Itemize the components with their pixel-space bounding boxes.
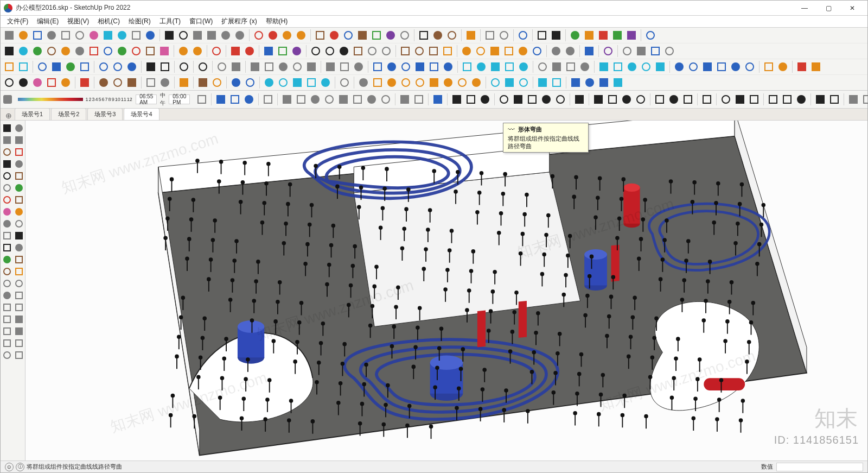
top-button[interactable] (14, 302, 24, 313)
vray-dark-button[interactable] (196, 60, 209, 73)
xray-button[interactable] (550, 45, 563, 58)
check-blue-button[interactable] (97, 60, 110, 73)
textbox-button[interactable] (158, 76, 171, 89)
pan-button[interactable] (14, 171, 24, 181)
vr3-button[interactable] (399, 60, 412, 73)
dot2-button[interactable] (781, 93, 794, 106)
zoom-button[interactable] (309, 45, 322, 58)
more-button[interactable] (14, 350, 24, 361)
globe1-button[interactable] (536, 76, 549, 89)
layout1-button[interactable] (536, 60, 549, 73)
brush-button[interactable] (295, 29, 308, 42)
look-button[interactable] (413, 45, 426, 58)
dot-button[interactable] (681, 93, 694, 106)
reload-button[interactable] (17, 60, 30, 73)
zoom-win-button[interactable] (337, 45, 350, 58)
scene-tab[interactable]: 场景号4 (124, 108, 159, 120)
scene-tab[interactable]: 场景号2 (51, 108, 86, 120)
cb6-button[interactable] (743, 60, 756, 73)
clock-button[interactable] (470, 76, 483, 89)
arrow-l-button[interactable] (229, 45, 242, 58)
smooth2-button[interactable] (733, 93, 746, 106)
eraser-button[interactable] (158, 45, 171, 58)
s3-button[interactable] (125, 76, 138, 89)
layers2-button[interactable] (503, 76, 516, 89)
outliner-button[interactable] (635, 45, 648, 58)
next-button[interactable] (14, 278, 24, 289)
curic-2-button[interactable] (474, 45, 487, 58)
export-button[interactable] (625, 29, 638, 42)
paintbrush-button[interactable] (177, 76, 190, 89)
podium-button[interactable] (583, 29, 596, 42)
env2-button[interactable] (158, 60, 171, 73)
zoom-ext-button[interactable] (323, 45, 336, 58)
water4-button[interactable] (305, 76, 318, 89)
line-c-button[interactable] (478, 93, 492, 106)
arc-button[interactable] (14, 159, 24, 169)
sp2-button[interactable] (828, 93, 841, 106)
dark3-button[interactable] (78, 60, 91, 73)
mat3-button[interactable] (342, 29, 355, 42)
curic-6-button[interactable] (531, 45, 544, 58)
gear2-button[interactable] (517, 76, 530, 89)
paste-button[interactable] (73, 29, 86, 42)
pushpull-button[interactable] (45, 45, 58, 58)
vr4-button[interactable] (413, 60, 426, 73)
curic-1-button[interactable] (460, 45, 473, 58)
sel-sq-button[interactable] (144, 76, 157, 89)
hand-button[interactable] (210, 76, 224, 89)
cb1-button[interactable] (673, 60, 686, 73)
menu-t[interactable]: 工具(T) (155, 16, 185, 27)
menu-v[interactable]: 视图(V) (63, 16, 93, 27)
geo4-button[interactable] (291, 60, 304, 73)
hidden-button[interactable] (564, 45, 577, 58)
model-info-button[interactable] (144, 29, 157, 42)
face-make-button[interactable] (177, 45, 190, 58)
3dtext-button[interactable] (14, 242, 24, 253)
zoom-button[interactable] (2, 171, 12, 181)
proj-button[interactable] (261, 93, 275, 106)
sun3-button[interactable] (399, 76, 412, 89)
move-button[interactable] (87, 45, 100, 58)
drape-button[interactable] (464, 29, 477, 42)
cloud-x-button[interactable] (611, 76, 624, 89)
next-button[interactable] (380, 45, 393, 58)
move-button[interactable] (14, 147, 24, 157)
red-group-button[interactable] (210, 45, 223, 58)
tilde1-button[interactable] (767, 93, 780, 106)
offset-button[interactable] (130, 45, 143, 58)
btn-a-button[interactable] (262, 45, 275, 58)
tx-a-button[interactable] (847, 93, 860, 106)
position-button[interactable] (427, 45, 440, 58)
water3-button[interactable] (291, 76, 304, 89)
scale-button[interactable] (116, 45, 129, 58)
sphere1-button[interactable] (324, 60, 337, 73)
dark1-button[interactable] (36, 60, 49, 73)
gear-button[interactable] (644, 29, 657, 42)
sp1-button[interactable] (814, 93, 827, 106)
s2-button[interactable] (111, 76, 124, 89)
brick-button[interactable] (314, 29, 327, 42)
walk-button[interactable] (399, 45, 412, 58)
geo5-button[interactable] (305, 60, 318, 73)
line-red-button[interactable] (78, 76, 91, 89)
tx-b-button[interactable] (861, 93, 868, 106)
freehand-button[interactable] (177, 29, 190, 42)
zoomext-button[interactable] (2, 290, 12, 301)
menu-w[interactable]: 窗口(W) (185, 16, 217, 27)
timer-button[interactable] (649, 45, 662, 58)
window-minimize-button[interactable]: — (793, 1, 816, 16)
status-help-icon[interactable]: ⊙ (5, 463, 14, 471)
curic-4-button[interactable] (502, 45, 515, 58)
erase-button[interactable] (87, 29, 100, 42)
sun2-button[interactable] (385, 76, 398, 89)
rotate-button[interactable] (101, 45, 114, 58)
gt1-button[interactable] (398, 93, 411, 106)
layout3-button[interactable] (564, 60, 577, 73)
erase-button[interactable] (2, 206, 12, 217)
window-close-button[interactable]: ✕ (840, 1, 864, 16)
sun4-button[interactable] (427, 76, 441, 89)
path4-button[interactable] (634, 93, 647, 106)
front-button[interactable] (2, 314, 12, 325)
curve-a-button[interactable] (497, 93, 510, 106)
